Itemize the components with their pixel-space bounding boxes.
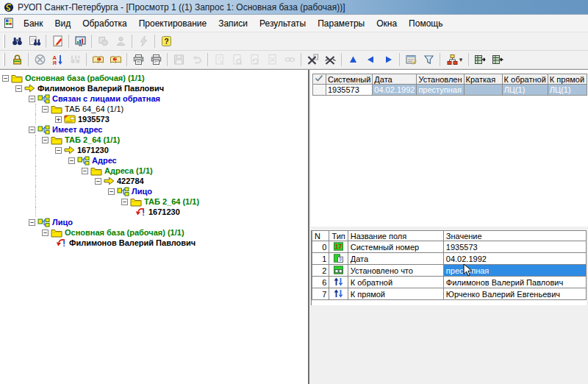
expand-box[interactable]: − xyxy=(95,178,101,185)
field-name-cell[interactable]: Дата xyxy=(348,253,443,265)
field-type-cell[interactable] xyxy=(329,288,348,300)
tree-node[interactable]: −ТАБ 2_64 (1/1) xyxy=(2,135,308,145)
column-header-4[interactable]: Краткая xyxy=(464,74,502,85)
fields-column-header-1[interactable]: Тип xyxy=(329,231,348,241)
sort-button[interactable]: АЯ xyxy=(49,51,66,68)
table-import-button[interactable] xyxy=(489,51,506,68)
access-lock-button[interactable] xyxy=(8,51,26,68)
menu-item-2[interactable]: Обработка xyxy=(76,16,133,31)
fields-column-header-3[interactable]: Значение xyxy=(443,231,586,241)
cancel-button[interactable] xyxy=(31,51,49,68)
expand-box[interactable]: − xyxy=(108,188,115,195)
delete-record-button[interactable] xyxy=(304,51,321,68)
tree-node[interactable]: −Адреса (1/1) xyxy=(2,166,308,176)
expand-box[interactable]: − xyxy=(68,157,75,164)
tree-node[interactable]: −Связан с лицами обратная xyxy=(2,93,308,104)
column-header-6[interactable]: К прямой xyxy=(548,74,587,85)
menu-item-7[interactable]: Окна xyxy=(370,16,403,31)
tree-node[interactable]: +1935573 xyxy=(2,114,308,124)
field-value-cell[interactable]: 1935573 xyxy=(443,241,586,253)
field-index-cell[interactable]: 2 xyxy=(312,265,329,277)
column-header-5[interactable]: К обратной xyxy=(502,74,548,85)
field-index-cell[interactable]: 1 xyxy=(312,253,329,265)
field-type-cell[interactable]: 9 xyxy=(329,253,348,265)
record-row[interactable]: 193557304.02.1992преступнаяЛЦ(1)ЛЦ(1) xyxy=(313,85,587,96)
record-cell-3[interactable]: преступная xyxy=(417,85,464,96)
column-header-3[interactable]: Установлен xyxy=(417,74,464,85)
field-row[interactable]: 6К обратнойФилимонов Валерий Павлович xyxy=(312,277,587,288)
field-value-cell[interactable]: Юрченко Валерий Евгеньевич xyxy=(443,288,586,300)
expand-box[interactable]: − xyxy=(121,199,128,205)
expand-box[interactable]: + xyxy=(55,116,62,123)
field-name-cell[interactable]: К прямой xyxy=(348,288,443,300)
filter-button[interactable] xyxy=(420,51,437,68)
tree-node[interactable]: −Лицо xyxy=(2,186,308,196)
field-index-cell[interactable]: 0 xyxy=(312,241,329,253)
menu-item-0[interactable]: Банк xyxy=(18,16,49,31)
expand-box[interactable]: − xyxy=(55,147,62,154)
record-book-prev-button[interactable] xyxy=(107,51,124,68)
field-row[interactable]: 2Установлено чтопреступная xyxy=(312,265,587,277)
tree-node[interactable]: !1671230 xyxy=(2,207,308,217)
record-book-next-button[interactable] xyxy=(89,51,107,68)
tree-node[interactable]: −ТАБ 64_64 (1/1) xyxy=(2,104,308,114)
tree-node[interactable]: −Основная база (рабочая) (1/1) xyxy=(2,227,308,238)
expand-box[interactable]: − xyxy=(2,75,9,82)
expand-box[interactable]: − xyxy=(29,127,35,133)
expand-box[interactable]: − xyxy=(29,219,35,226)
expand-box[interactable]: − xyxy=(42,230,49,236)
field-name-cell[interactable]: К обратной xyxy=(348,277,443,288)
record-cell-6[interactable]: ЛЦ(1) xyxy=(548,85,587,96)
nav-prev-button[interactable] xyxy=(362,51,379,68)
results-window-button[interactable] xyxy=(71,33,89,49)
tree-node[interactable]: −Лицо xyxy=(2,217,308,227)
tree-view-button[interactable]: ▾ xyxy=(442,51,466,68)
field-value-cell[interactable]: Филимонов Валерий Павлович xyxy=(443,277,586,288)
menu-item-8[interactable]: Помощь xyxy=(403,16,448,31)
menu-item-1[interactable]: Вид xyxy=(49,16,76,31)
record-cell-1[interactable]: 1935573 xyxy=(326,85,373,96)
column-header-2[interactable]: Дата xyxy=(373,74,417,85)
expand-box[interactable]: − xyxy=(29,96,35,102)
expand-box[interactable]: − xyxy=(82,168,88,174)
column-header-1[interactable]: Системный xyxy=(326,74,373,85)
toolbar-grip[interactable] xyxy=(3,53,5,66)
edit-query-button[interactable] xyxy=(49,33,66,49)
help-button[interactable]: ? xyxy=(157,33,175,49)
toolbar-grip[interactable] xyxy=(3,35,5,48)
field-value-cell[interactable]: 04.02.1992 xyxy=(443,253,586,265)
select-column-header[interactable] xyxy=(313,74,326,85)
field-row[interactable]: 19Дата04.02.1992 xyxy=(312,253,587,265)
print-record-button[interactable] xyxy=(129,51,147,68)
record-cell-4[interactable] xyxy=(464,85,502,96)
record-cell-2[interactable]: 04.02.1992 xyxy=(373,85,417,96)
print-list-button[interactable] xyxy=(147,51,165,68)
menu-item-6[interactable]: Параметры xyxy=(312,16,370,31)
field-name-cell[interactable]: Установлено что xyxy=(348,265,443,277)
field-type-cell[interactable] xyxy=(329,265,348,277)
field-index-cell[interactable]: 6 xyxy=(312,277,329,288)
field-index-cell[interactable]: 7 xyxy=(312,288,329,300)
nav-next-button[interactable] xyxy=(379,51,397,68)
field-name-cell[interactable]: Системный номер xyxy=(348,241,443,253)
expand-box[interactable]: − xyxy=(42,137,49,143)
tree-node[interactable]: −Имеет адрес xyxy=(2,124,308,135)
tree-node[interactable]: −ТАБ 2_64 (1/1) xyxy=(2,196,308,207)
expand-box[interactable]: − xyxy=(42,106,49,113)
dropdown-caret[interactable]: ▾ xyxy=(459,56,463,63)
tree-node[interactable]: −Основная база (рабочая) (1/1) xyxy=(2,73,308,83)
record-cell-0[interactable] xyxy=(313,85,326,96)
record-cell-5[interactable]: ЛЦ(1) xyxy=(502,85,548,96)
mdi-document-icon[interactable] xyxy=(4,18,15,29)
field-type-cell[interactable] xyxy=(329,277,348,288)
table-export-button[interactable] xyxy=(471,51,489,68)
tree-node[interactable]: −Адрес xyxy=(2,155,308,166)
tree-node[interactable]: −422784 xyxy=(2,176,308,186)
field-value-cell[interactable]: преступная xyxy=(443,265,586,277)
tree-node[interactable]: −1671230 xyxy=(2,145,308,155)
find-binoculars-button[interactable] xyxy=(8,33,26,49)
menu-item-4[interactable]: Записи xyxy=(212,16,254,31)
field-row[interactable]: 7К прямойЮрченко Валерий Евгеньевич xyxy=(312,288,587,300)
fields-column-header-0[interactable]: N xyxy=(312,231,329,241)
field-row[interactable]: 017Системный номер1935573 xyxy=(312,241,587,253)
